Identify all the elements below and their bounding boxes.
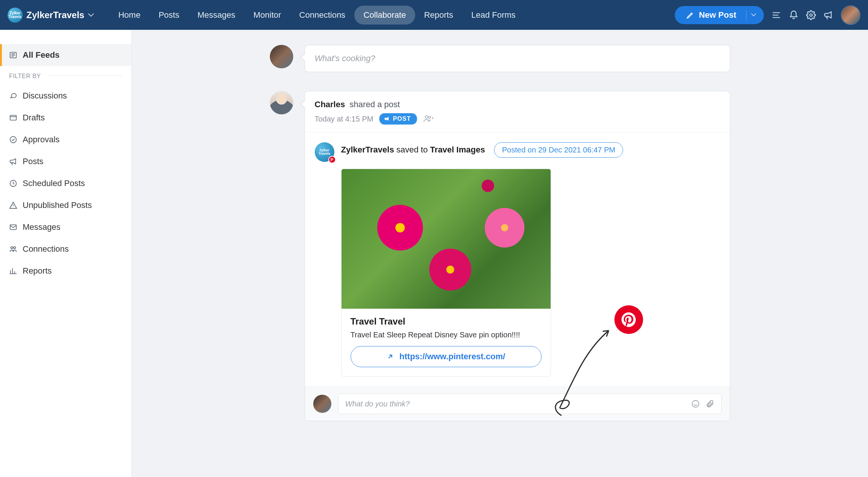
audience-icon[interactable] [423,115,434,123]
sidebar-connections[interactable]: Connections [0,238,131,260]
compose-input[interactable]: What's cooking? [305,45,730,72]
sidebar-posts[interactable]: Posts [0,151,131,172]
pin-board-name[interactable]: Travel Images [430,145,485,154]
media-image [342,169,551,309]
comment-row: What do you think? [305,386,730,421]
nav-connections[interactable]: Connections [290,6,354,25]
nav-leadforms[interactable]: Lead Forms [462,6,525,25]
media-description: Travel Eat Sleep Repeat Disney Save pin … [351,331,542,339]
reports-icon [9,267,17,275]
post-header: Charles shared a post Today at 4:15 PM P… [305,91,730,132]
avatar [313,395,331,413]
brand-logo-icon: ZylkerTravels [8,8,23,23]
comment-placeholder: What do you think? [345,400,410,408]
header-right: New Post [675,5,860,25]
feed-post: Charles shared a post Today at 4:15 PM P… [270,91,730,421]
svg-point-3 [10,137,17,143]
user-avatar[interactable] [841,5,860,25]
new-post-dropdown[interactable] [746,10,764,20]
svg-point-0 [810,14,813,16]
media-card: Travel Travel Travel Eat Sleep Repeat Di… [341,169,551,377]
sidebar-item-label: Connections [23,244,69,254]
posts-icon [9,157,17,166]
gear-icon[interactable] [806,10,816,20]
comment-input[interactable]: What do you think? [338,394,722,414]
svg-point-8 [425,116,428,118]
approvals-icon [9,135,17,144]
pin-brand-avatar: ZylkerTravels P [315,142,334,162]
nav-collaborate[interactable]: Collaborate [354,6,415,25]
pin-text: ZylkerTravels saved to Travel Images Pos… [341,142,623,158]
list-icon[interactable] [771,10,781,20]
bell-icon[interactable] [789,10,799,20]
nav-posts[interactable]: Posts [149,6,188,25]
sidebar-scheduled[interactable]: Scheduled Posts [0,172,131,194]
sidebar-item-label: Scheduled Posts [23,178,85,188]
svg-point-6 [11,247,13,249]
sidebar-messages[interactable]: Messages [0,216,131,238]
compose-row: What's cooking? [270,45,730,72]
avatar [270,45,293,68]
nav-reports[interactable]: Reports [415,6,462,25]
drafts-icon [9,114,17,122]
pin-saved-to-text: saved to [396,145,428,154]
sidebar-item-label: Reports [23,266,52,276]
top-nav: Home Posts Messages Monitor Connections … [109,6,525,25]
sidebar-unpublished[interactable]: Unpublished Posts [0,194,131,216]
sidebar-approvals[interactable]: Approvals [0,129,131,151]
sidebar-item-label: Unpublished Posts [23,200,92,210]
brand[interactable]: ZylkerTravels ZylkerTravels [8,8,94,23]
compose-icon [686,11,694,19]
chevron-down-icon[interactable] [88,13,94,17]
external-link-icon [386,353,394,360]
sidebar-all-feeds[interactable]: All Feeds [0,44,131,66]
nav-messages[interactable]: Messages [188,6,244,25]
post-card: Charles shared a post Today at 4:15 PM P… [305,91,730,421]
sidebar-discussions[interactable]: Discussions [0,85,131,107]
post-author-name[interactable]: Charles [315,100,345,109]
brand-name: ZylkerTravels [26,10,84,20]
unpublished-icon [9,201,17,209]
messages-icon [9,223,17,231]
new-post-button[interactable]: New Post [675,10,746,20]
posted-on-pill: Posted on 29 Dec 2021 06:47 PM [494,142,623,158]
discussions-icon [9,92,17,100]
sidebar-all-feeds-label: All Feeds [23,50,60,60]
svg-point-10 [692,400,699,407]
sidebar-item-label: Messages [23,222,60,232]
sidebar-reports[interactable]: Reports [0,260,131,282]
sidebar-drafts[interactable]: Drafts [0,107,131,129]
sidebar: All Feeds FILTER BY Discussions Drafts A… [0,30,132,477]
pin-header: ZylkerTravels P ZylkerTravels saved to T… [315,142,720,162]
scheduled-icon [9,179,17,188]
attachment-icon[interactable] [705,399,714,408]
sidebar-item-label: Approvals [23,135,60,145]
sidebar-item-label: Drafts [23,113,45,123]
sidebar-filter-label: FILTER BY [0,66,131,85]
post-author-avatar [270,91,293,114]
new-post-wrap: New Post [675,6,764,24]
sidebar-item-label: Discussions [23,91,67,101]
svg-rect-2 [10,115,17,120]
arrow-annotation [546,317,629,423]
emoji-icon[interactable] [691,399,700,408]
app-body: All Feeds FILTER BY Discussions Drafts A… [0,30,868,477]
media-title: Travel Travel [351,316,542,327]
nav-home[interactable]: Home [109,6,149,25]
connections-icon [9,245,17,253]
post-timestamp: Today at 4:15 PM [315,115,374,123]
media-link-button[interactable]: https://www.pinterest.com/ [351,346,542,367]
new-post-label: New Post [699,10,736,20]
nav-monitor[interactable]: Monitor [244,6,290,25]
svg-point-7 [14,247,15,249]
feeds-icon [9,51,17,59]
megaphone-icon[interactable] [823,10,833,20]
sidebar-item-label: Posts [23,157,43,166]
main-content: What's cooking? Charles shared a post To… [132,30,868,477]
post-action-text: shared a post [349,100,400,109]
media-link-text: https://www.pinterest.com/ [399,352,505,362]
post-type-label: POST [393,115,411,122]
post-type-badge: POST [379,113,417,125]
megaphone-icon [384,116,390,122]
svg-point-9 [428,116,431,118]
